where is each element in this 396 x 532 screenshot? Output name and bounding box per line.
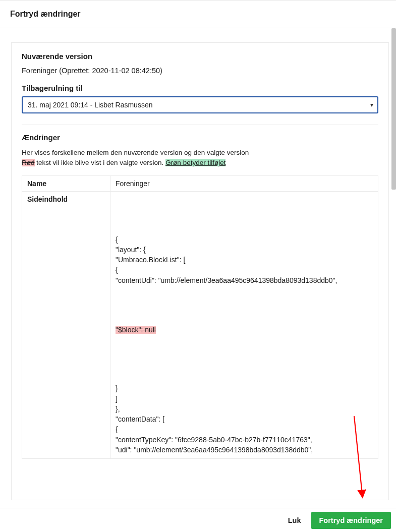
diff-line: } xyxy=(116,383,373,393)
divider xyxy=(22,125,378,125)
diff-line: { xyxy=(116,424,373,434)
changes-info: Her vises forskellene mellem den nuværen… xyxy=(22,148,378,158)
changes-title: Ændringer xyxy=(22,133,378,142)
confirm-rollback-button[interactable]: Fortryd ændringer xyxy=(311,512,391,529)
table-row: Sideindhold { "layout": { "Umbraco.Block… xyxy=(22,191,378,459)
diff-line-removed: "$block": null xyxy=(116,325,373,335)
current-version-meta: Foreninger (Oprettet: 2020-11-02 08:42:5… xyxy=(22,67,378,75)
diff-line: "contentTypeKey": "6fce9288-5ab0-47bc-b2… xyxy=(116,435,373,445)
dialog-title: Fortryd ændringer xyxy=(10,10,386,19)
rollback-label: Tilbagerulning til xyxy=(22,84,378,92)
diff-content: { "layout": { "Umbraco.BlockList": [ { "… xyxy=(116,195,373,455)
dialog-footer: Luk Fortryd ændringer xyxy=(0,508,396,532)
diff-line: ] xyxy=(116,394,373,404)
scroll-area: Nuværende version Foreninger (Oprettet: … xyxy=(0,28,396,501)
dialog-header: Fortryd ændringer xyxy=(0,1,396,28)
diff-line: }, xyxy=(116,404,373,414)
close-button[interactable]: Luk xyxy=(286,512,303,528)
cell-name-value: Foreninger xyxy=(110,175,378,191)
legend-removed: Rød xyxy=(22,159,35,166)
diff-line: "udi": "umb://element/3ea6aa495c9641398b… xyxy=(116,445,373,455)
rollback-version-select[interactable]: 31. maj 2021 09:14 - Lisbet Rasmussen xyxy=(22,96,378,113)
diff-line: { xyxy=(116,234,373,245)
diff-line: "contentUdi": "umb://element/3ea6aa495c9… xyxy=(116,275,373,285)
diff-line: "contentData": [ xyxy=(116,414,373,424)
diff-table: Name Foreninger Sideindhold { "layout": … xyxy=(22,175,378,459)
diff-line: { xyxy=(116,265,373,275)
cell-content-value: { "layout": { "Umbraco.BlockList": [ { "… xyxy=(110,191,378,459)
scrollbar-track[interactable] xyxy=(391,28,396,501)
diff-line: "layout": { xyxy=(116,245,373,255)
cell-content-label: Sideindhold xyxy=(22,191,110,459)
content-panel: Nuværende version Foreninger (Oprettet: … xyxy=(11,42,389,500)
cell-name-label: Name xyxy=(22,175,110,191)
scrollbar-thumb[interactable] xyxy=(391,28,396,190)
diff-line: "Umbraco.BlockList": [ xyxy=(116,255,373,265)
table-row: Name Foreninger xyxy=(22,175,378,191)
changes-legend: Rød tekst vil ikke blive vist i den valg… xyxy=(22,158,378,168)
legend-added: Grøn betyder tilføjet xyxy=(165,159,225,166)
legend-middle: tekst vil ikke blive vist i den valgte v… xyxy=(35,159,166,166)
current-version-label: Nuværende version xyxy=(22,52,378,61)
